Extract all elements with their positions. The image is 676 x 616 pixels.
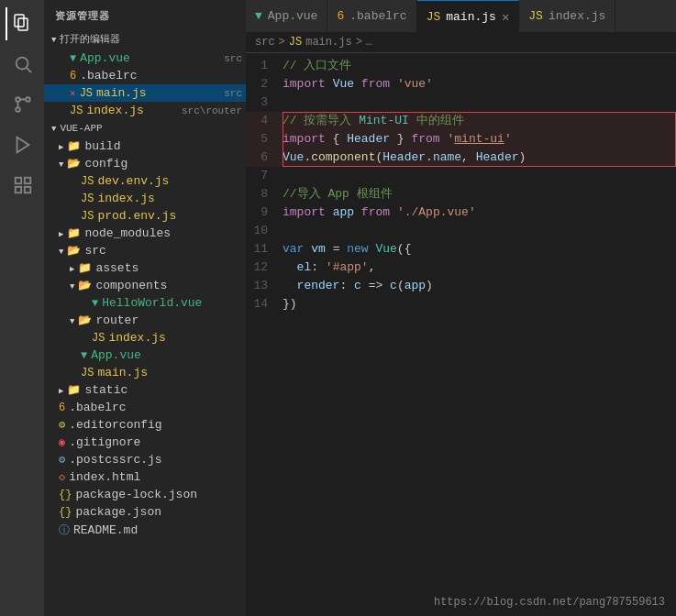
- activity-bar: [0, 0, 44, 616]
- code-line-13: 13 render: c => c(app): [246, 277, 676, 295]
- tab-index-js[interactable]: JS index.js: [519, 0, 615, 32]
- tab-babel-icon: 6: [337, 9, 344, 23]
- src-main-js-icon: JS: [81, 367, 94, 380]
- search-icon[interactable]: [6, 48, 39, 81]
- breadcrumb-file: main.js: [305, 36, 351, 49]
- gitignore-label: .gitignore: [69, 435, 242, 449]
- tab-main-js-icon: JS: [427, 10, 441, 24]
- code-line-2: 2 import Vue from 'vue': [246, 75, 676, 94]
- config-label: config: [84, 157, 242, 170]
- root-babelrc-label: .babelrc: [69, 401, 242, 414]
- svg-rect-9: [25, 178, 30, 183]
- root-babel-icon: 6: [59, 402, 65, 414]
- static-label: static: [84, 383, 242, 397]
- folder-router-icon: 📂: [78, 314, 92, 327]
- build-label: build: [84, 139, 242, 153]
- open-file-main-js[interactable]: ✕ JS main.js src: [44, 84, 246, 102]
- folder-router[interactable]: 📂 router: [44, 312, 246, 329]
- tab-main-js[interactable]: JS main.js ✕: [417, 0, 520, 32]
- file-editorconfig[interactable]: ⚙ .editorconfig: [44, 416, 246, 434]
- line-content-5: import { Header } from 'mint-ui': [283, 130, 676, 148]
- open-file-babelrc[interactable]: 6 .babelrc: [44, 67, 246, 84]
- editor-tabs: ▼ App.vue 6 .babelrc JS main.js ✕ JS ind…: [246, 0, 676, 32]
- app-vue-sub: src: [224, 53, 242, 64]
- vue-app-section[interactable]: VUE-APP: [44, 119, 246, 138]
- open-file-app-vue[interactable]: ▼ App.vue src: [44, 50, 246, 67]
- node-modules-chevron: [59, 226, 63, 240]
- code-line-12: 12 el: '#app',: [246, 258, 676, 277]
- static-chevron: [59, 383, 63, 397]
- file-dev-env[interactable]: JS dev.env.js: [44, 172, 246, 190]
- file-postcssrc[interactable]: ⚙ .postcssrc.js: [44, 451, 246, 468]
- folder-config-icon: 📂: [67, 157, 81, 170]
- line-content-13: render: c => c(app): [283, 277, 676, 295]
- file-router-index[interactable]: JS index.js: [44, 329, 246, 346]
- helloworld-icon: ▼: [92, 297, 98, 310]
- line-num-2: 2: [246, 75, 283, 94]
- close-indicator: ✕: [70, 87, 76, 99]
- file-index-html[interactable]: ◇ index.html: [44, 468, 246, 486]
- main-js-sub: src: [224, 88, 242, 99]
- files-icon[interactable]: [6, 7, 39, 40]
- code-editor[interactable]: 1 // 入口文件 2 import Vue from 'vue' 3 4 //…: [246, 53, 676, 616]
- line-num-8: 8: [246, 185, 283, 204]
- line-content-4: // 按需导入 Mint-UI 中的组件: [283, 112, 676, 130]
- file-root-babelrc[interactable]: 6 .babelrc: [44, 399, 246, 416]
- folder-build[interactable]: 📁 build: [44, 138, 246, 155]
- folder-components[interactable]: 📂 components: [44, 277, 246, 294]
- line-num-13: 13: [246, 277, 283, 295]
- breadcrumb-sep2: >: [356, 36, 362, 49]
- svg-marker-7: [17, 138, 29, 153]
- line-content-3: [283, 94, 676, 112]
- folder-static[interactable]: 📁 static: [44, 381, 246, 399]
- package-lock-icon: {}: [59, 489, 72, 501]
- line-num-14: 14: [246, 295, 283, 314]
- code-line-10: 10: [246, 222, 676, 240]
- line-num-10: 10: [246, 222, 283, 240]
- line-content-10: [283, 222, 676, 240]
- breadcrumb: src > JS main.js > …: [246, 32, 676, 53]
- open-file-index-js[interactable]: JS index.js src\router: [44, 102, 246, 119]
- folder-static-icon: 📁: [67, 383, 81, 397]
- open-editors-label: 打开的编辑器: [60, 32, 120, 46]
- tab-close-icon[interactable]: ✕: [502, 9, 509, 25]
- file-helloworld[interactable]: ▼ HelloWorld.vue: [44, 294, 246, 312]
- source-control-icon[interactable]: [6, 88, 39, 121]
- src-app-vue-icon: ▼: [81, 349, 87, 362]
- folder-assets[interactable]: 📁 assets: [44, 259, 246, 277]
- file-src-app-vue[interactable]: ▼ App.vue: [44, 346, 246, 364]
- extensions-icon[interactable]: [6, 169, 39, 202]
- file-package-lock[interactable]: {} package-lock.json: [44, 486, 246, 503]
- folder-components-icon: 📂: [78, 279, 92, 292]
- file-readme[interactable]: ⓘ README.md: [44, 521, 246, 540]
- open-editors-section[interactable]: 打开的编辑器: [44, 28, 246, 50]
- package-json-icon: {}: [59, 506, 72, 519]
- node-modules-label: node_modules: [84, 226, 242, 240]
- index-html-icon: ◇: [59, 470, 65, 484]
- helloworld-label: HelloWorld.vue: [102, 296, 242, 310]
- tab-babelrc[interactable]: 6 .babelrc: [327, 0, 416, 32]
- folder-src[interactable]: 📂 src: [44, 242, 246, 259]
- src-main-js-label: main.js: [97, 366, 242, 380]
- tab-app-vue[interactable]: ▼ App.vue: [246, 0, 327, 32]
- index-html-label: index.html: [69, 470, 242, 484]
- prod-env-icon: JS: [81, 210, 94, 223]
- babelrc-label: .babelrc: [80, 69, 242, 82]
- file-prod-env[interactable]: JS prod.env.js: [44, 207, 246, 225]
- breadcrumb-sep1: >: [279, 36, 285, 49]
- dev-env-label: dev.env.js: [97, 174, 242, 188]
- file-config-index[interactable]: JS index.js: [44, 190, 246, 207]
- folder-config[interactable]: 📂 config: [44, 155, 246, 172]
- folder-assets-icon: 📁: [78, 261, 92, 275]
- file-package-json[interactable]: {} package.json: [44, 503, 246, 521]
- file-src-main-js[interactable]: JS main.js: [44, 364, 246, 381]
- folder-node-modules[interactable]: 📁 node_modules: [44, 225, 246, 242]
- open-editors-chevron: [51, 34, 56, 45]
- breadcrumb-src: src: [255, 36, 275, 49]
- router-index-icon: JS: [92, 332, 105, 345]
- tab-index-js-icon: JS: [528, 9, 543, 23]
- file-gitignore[interactable]: ◉ .gitignore: [44, 434, 246, 451]
- line-content-9: import app from './App.vue': [283, 204, 676, 222]
- vue-file-icon: ▼: [70, 52, 76, 65]
- debug-icon[interactable]: [6, 128, 39, 161]
